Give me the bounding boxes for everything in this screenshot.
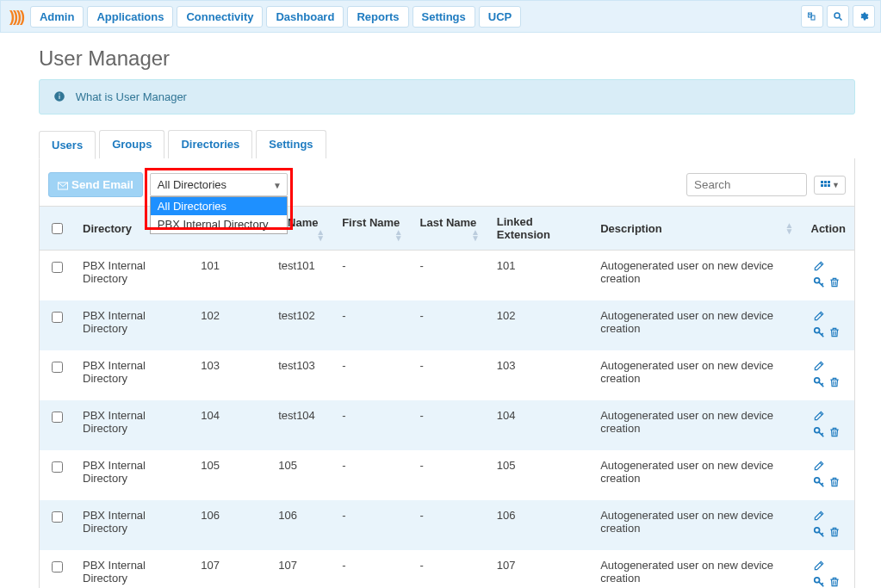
nav-ucp[interactable]: UCP [479, 6, 521, 28]
edit-icon[interactable] [813, 360, 825, 372]
logo: )))) [6, 8, 27, 26]
nav-applications[interactable]: Applications [87, 6, 173, 28]
row-checkbox[interactable] [52, 412, 63, 423]
caret-down-icon: ▼ [832, 181, 840, 189]
th-select-all [40, 207, 74, 251]
row-checkbox[interactable] [52, 461, 63, 473]
trash-icon[interactable] [828, 326, 841, 338]
svg-point-39 [814, 528, 819, 533]
info-banner[interactable]: What is User Manager [39, 79, 855, 115]
cell-first-name: - [333, 300, 411, 350]
tab-directories[interactable]: Directories [168, 130, 252, 158]
tab-users[interactable]: Users [39, 131, 96, 159]
cell-first-name: - [333, 450, 411, 500]
cell-description: Autogenerated user on new device creatio… [592, 550, 802, 588]
trash-icon[interactable] [828, 276, 841, 288]
edit-icon[interactable] [813, 310, 825, 322]
tab-groups[interactable]: Groups [99, 130, 164, 158]
svg-point-14 [814, 278, 819, 283]
cell-first-name: - [333, 350, 411, 400]
svg-rect-12 [824, 184, 827, 187]
cell-linked-ext: 106 [488, 500, 592, 550]
cell-actions [803, 251, 855, 301]
cell-actions [803, 400, 855, 450]
cell-last-name: - [412, 251, 488, 301]
sort-icon: ▲▼ [785, 222, 794, 234]
cell-first-name: - [333, 251, 411, 301]
toolbar: Send Email All Directories ▼ All Directo… [40, 172, 854, 206]
svg-rect-11 [821, 184, 823, 187]
svg-point-29 [814, 428, 819, 433]
directory-option-all[interactable]: All Directories [151, 197, 287, 215]
row-checkbox[interactable] [52, 561, 63, 573]
select-all-checkbox[interactable] [52, 223, 63, 234]
key-icon[interactable] [813, 476, 825, 488]
key-icon[interactable] [813, 276, 825, 288]
svg-rect-6 [59, 94, 59, 95]
trash-icon[interactable] [828, 376, 841, 388]
row-checkbox[interactable] [52, 362, 63, 373]
svg-point-44 [814, 578, 819, 583]
th-last-name[interactable]: Last Name▲▼ [412, 207, 488, 251]
cell-last-name: - [412, 450, 488, 500]
cell-actions [803, 350, 855, 400]
th-description[interactable]: Description▲▼ [592, 207, 802, 251]
svg-line-36 [821, 483, 822, 485]
th-linked-extension[interactable]: Linked Extension [488, 207, 592, 251]
directory-filter: All Directories ▼ All Directories PBX In… [150, 173, 288, 196]
cell-username: 105 [192, 450, 270, 500]
svg-line-3 [840, 18, 842, 21]
key-icon[interactable] [813, 526, 825, 538]
sort-icon: ▲▼ [471, 229, 480, 241]
nav-admin[interactable]: Admin [30, 6, 84, 28]
nav-connectivity[interactable]: Connectivity [177, 6, 263, 28]
cell-first-name: - [333, 550, 411, 588]
nav-dashboard[interactable]: Dashboard [266, 6, 344, 28]
row-checkbox[interactable] [52, 312, 63, 323]
cell-last-name: - [412, 400, 488, 450]
cell-linked-ext: 101 [488, 251, 592, 301]
send-email-label: Send Email [71, 178, 133, 191]
th-first-name[interactable]: First Name▲▼ [333, 207, 411, 251]
edit-icon[interactable] [813, 560, 825, 572]
search-input[interactable] [686, 173, 807, 196]
cell-display-name: test104 [270, 400, 333, 450]
edit-icon[interactable] [813, 410, 825, 422]
cell-display-name: 107 [270, 550, 333, 588]
send-email-button[interactable]: Send Email [48, 172, 143, 197]
svg-line-46 [821, 583, 822, 585]
tab-settings[interactable]: Settings [256, 130, 326, 158]
gear-icon[interactable] [853, 5, 875, 28]
directory-option-pbx-internal[interactable]: PBX Internal Directory [151, 215, 287, 233]
table-row: PBX Internal Directory103test103--103Aut… [40, 350, 854, 400]
edit-icon[interactable] [813, 460, 825, 472]
columns-toggle-button[interactable]: ▼ [814, 176, 846, 195]
edit-icon[interactable] [813, 260, 825, 272]
language-icon[interactable] [801, 5, 823, 28]
cell-actions [803, 300, 855, 350]
key-icon[interactable] [813, 376, 825, 388]
trash-icon[interactable] [828, 576, 841, 588]
page-title: User Manager [39, 46, 855, 71]
nav-settings[interactable]: Settings [413, 6, 475, 28]
cell-directory: PBX Internal Directory [74, 450, 192, 500]
edit-icon[interactable] [813, 510, 825, 522]
cell-directory: PBX Internal Directory [74, 350, 192, 400]
row-checkbox[interactable] [52, 511, 63, 523]
row-checkbox[interactable] [52, 262, 63, 273]
directory-filter-value: All Directories [158, 178, 226, 191]
trash-icon[interactable] [828, 426, 841, 438]
key-icon[interactable] [813, 426, 825, 438]
search-icon[interactable] [827, 5, 849, 28]
cell-linked-ext: 103 [488, 350, 592, 400]
table-row: PBX Internal Directory101test101--101Aut… [40, 251, 854, 301]
directory-filter-select[interactable]: All Directories ▼ [150, 173, 288, 196]
trash-icon[interactable] [828, 526, 841, 538]
key-icon[interactable] [813, 326, 825, 338]
svg-line-21 [821, 333, 822, 335]
th-action: Action [803, 207, 855, 251]
nav-reports[interactable]: Reports [347, 6, 408, 28]
key-icon[interactable] [813, 576, 825, 588]
trash-icon[interactable] [828, 476, 841, 488]
cell-display-name: test103 [270, 350, 333, 400]
